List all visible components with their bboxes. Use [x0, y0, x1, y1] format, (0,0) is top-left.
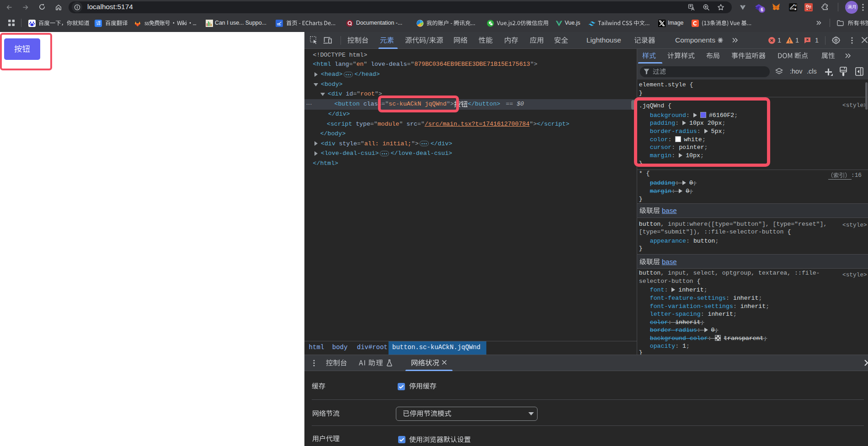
svg-text:6: 6: [761, 7, 763, 12]
svg-text:M: M: [795, 4, 797, 7]
